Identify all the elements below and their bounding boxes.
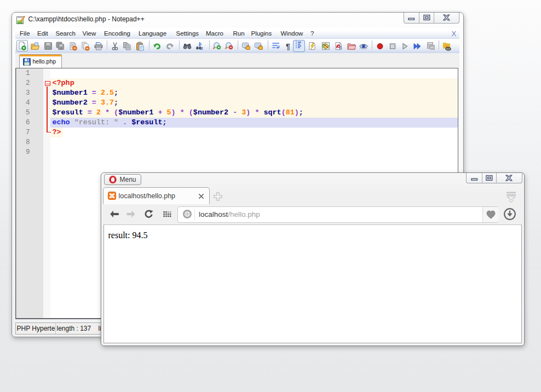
svg-text:uc: uc (430, 45, 434, 49)
svg-text:¶: ¶ (286, 42, 290, 50)
svg-text:B: B (339, 45, 342, 50)
